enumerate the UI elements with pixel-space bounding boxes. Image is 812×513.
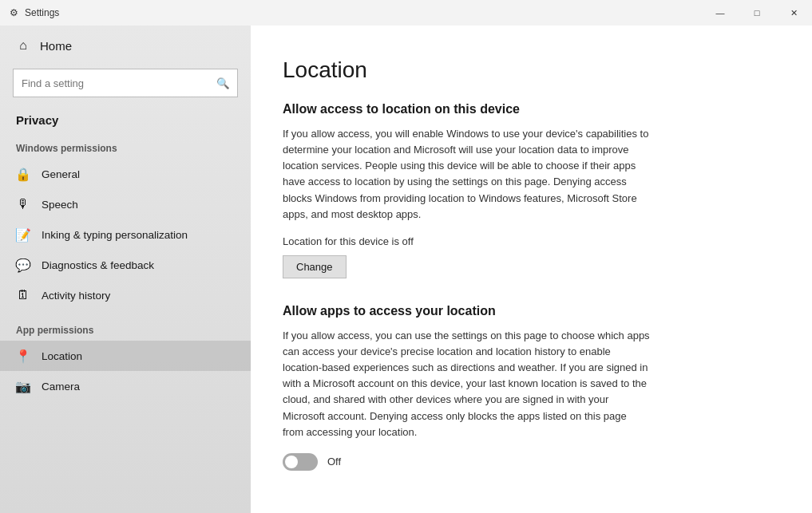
toggle-thumb: [285, 456, 298, 468]
sidebar-item-location[interactable]: 📍 Location: [0, 341, 251, 371]
location-nav-label: Location: [42, 350, 82, 362]
search-button[interactable]: 🔍: [208, 69, 237, 97]
section2-heading: Allow apps to access your location: [283, 304, 774, 318]
camera-icon: 📷: [16, 379, 30, 393]
camera-label: Camera: [42, 381, 80, 393]
search-input[interactable]: [14, 77, 208, 89]
change-button[interactable]: Change: [283, 255, 347, 278]
section-device-location: Allow access to location on this device …: [283, 102, 774, 304]
title-bar-left: ⚙ Settings: [10, 7, 59, 18]
title-bar: ⚙ Settings — □ ✕: [0, 0, 812, 26]
page-title: Location: [283, 57, 774, 83]
sidebar-item-camera[interactable]: 📷 Camera: [0, 371, 251, 401]
diagnostics-icon: 💬: [16, 258, 30, 272]
windows-permissions-nav: 🔒 General 🎙 Speech 📝 Inking & typing per…: [0, 159, 251, 310]
search-container: 🔍: [0, 65, 251, 107]
sidebar-item-speech[interactable]: 🎙 Speech: [0, 189, 251, 219]
toggle-label: Off: [327, 456, 341, 468]
home-label: Home: [40, 39, 72, 53]
privacy-label: Privacy: [0, 107, 251, 135]
diagnostics-label: Diagnostics & feedback: [42, 259, 154, 271]
sidebar: ⌂ Home 🔍 Privacy Windows permissions 🔒 G…: [0, 26, 251, 513]
toggle-container: Off: [283, 453, 774, 471]
toggle-track: [283, 453, 318, 471]
general-label: General: [42, 168, 80, 180]
sidebar-item-activity[interactable]: 🗓 Activity history: [0, 280, 251, 310]
location-status: Location for this device is off: [283, 235, 774, 247]
inking-label: Inking & typing personalization: [42, 229, 188, 241]
section-app-location: Allow apps to access your location If yo…: [283, 304, 774, 471]
close-button[interactable]: ✕: [775, 0, 812, 26]
sidebar-item-inking[interactable]: 📝 Inking & typing personalization: [0, 219, 251, 250]
location-nav-icon: 📍: [16, 349, 30, 363]
speech-icon: 🎙: [16, 197, 30, 211]
activity-icon: 🗓: [16, 288, 30, 302]
maximize-button[interactable]: □: [739, 0, 775, 26]
app-permissions-label: App permissions: [0, 317, 251, 341]
settings-icon: ⚙: [10, 7, 18, 18]
app-permissions-nav: 📍 Location 📷 Camera: [0, 341, 251, 401]
sidebar-item-diagnostics[interactable]: 💬 Diagnostics & feedback: [0, 250, 251, 280]
section1-description: If you allow access, you will enable Win…: [283, 126, 650, 223]
home-icon: ⌂: [16, 38, 30, 53]
app-title: Settings: [25, 7, 59, 18]
title-bar-controls: — □ ✕: [702, 0, 812, 26]
general-icon: 🔒: [16, 167, 30, 181]
sidebar-item-home[interactable]: ⌂ Home: [0, 26, 251, 65]
minimize-button[interactable]: —: [702, 0, 739, 26]
location-toggle[interactable]: [283, 453, 318, 471]
inking-icon: 📝: [16, 227, 30, 242]
section2-description: If you allow access, you can use the set…: [283, 328, 650, 440]
search-box[interactable]: 🔍: [13, 69, 238, 97]
app-body: ⌂ Home 🔍 Privacy Windows permissions 🔒 G…: [0, 26, 812, 513]
content-area: Location Allow access to location on thi…: [251, 26, 812, 513]
windows-permissions-label: Windows permissions: [0, 135, 251, 159]
speech-label: Speech: [42, 199, 78, 211]
sidebar-item-general[interactable]: 🔒 General: [0, 159, 251, 189]
activity-label: Activity history: [42, 290, 110, 302]
section1-heading: Allow access to location on this device: [283, 102, 774, 116]
